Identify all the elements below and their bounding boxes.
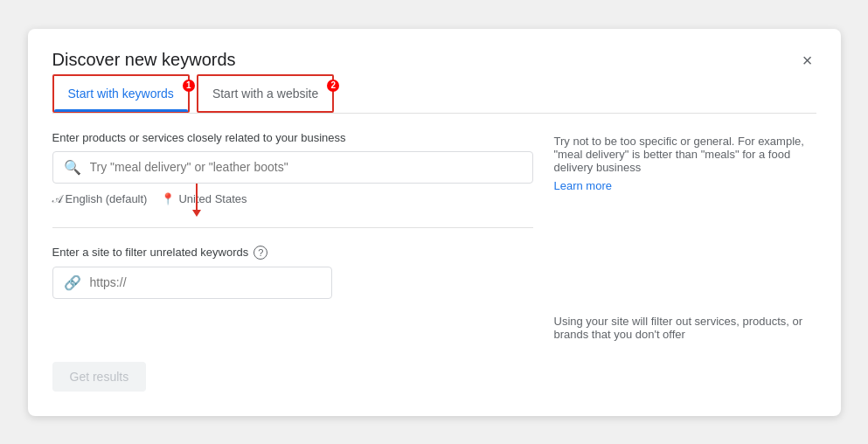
location-selector[interactable]: 📍 United States (161, 192, 247, 205)
translate-icon: 𝒜 (52, 192, 62, 206)
red-arrow (192, 184, 201, 217)
hint-text: Try not to be too specific or general. F… (554, 135, 816, 174)
tab-website[interactable]: Start with a website (198, 76, 332, 111)
filter-hint-text: Using your site will filter out services… (554, 315, 816, 341)
close-button[interactable]: × (799, 50, 816, 71)
tab-website-badge: 2 (327, 80, 339, 92)
get-results-button[interactable]: Get results (52, 362, 147, 392)
filter-hint-container: Using your site will filter out services… (554, 315, 816, 341)
location-label: United States (178, 192, 247, 205)
keywords-input-wrap[interactable]: 🔍 (52, 151, 533, 184)
filter-label-row: Enter a site to filter unrelated keyword… (52, 246, 533, 260)
learn-more-link[interactable]: Learn more (554, 179, 612, 192)
tab-keywords[interactable]: Start with keywords (54, 76, 188, 111)
help-icon[interactable]: ? (253, 246, 267, 260)
filter-label-text: Enter a site to filter unrelated keyword… (52, 246, 249, 259)
url-input-wrap[interactable]: 🔗 (52, 267, 332, 299)
language-selector[interactable]: 𝒜 English (default) (52, 192, 148, 206)
modal-title: Discover new keywords (52, 50, 236, 70)
arrow-line (196, 184, 198, 210)
lang-loc-bar: 𝒜 English (default) 📍 United States (52, 192, 533, 206)
keywords-search-input[interactable] (90, 160, 522, 174)
discover-keywords-modal: Discover new keywords × Start with keywo… (28, 29, 841, 416)
link-icon: 🔗 (64, 274, 81, 291)
tab-keywords-badge: 1 (183, 80, 195, 92)
arrow-head (192, 210, 201, 217)
tab-website-wrapper: Start with a website 2 (197, 74, 334, 113)
left-panel: Enter products or services closely relat… (52, 131, 533, 341)
location-icon: 📍 (161, 192, 175, 205)
language-label: English (default) (66, 192, 148, 205)
tab-keywords-wrapper: Start with keywords 1 (52, 74, 190, 113)
keywords-section-label: Enter products or services closely relat… (52, 131, 533, 144)
search-icon: 🔍 (64, 159, 81, 176)
section-divider (52, 227, 533, 228)
tabs-bar: Start with keywords 1 Start with a websi… (52, 74, 816, 114)
right-panel: Try not to be too specific or general. F… (554, 131, 816, 341)
modal-header: Discover new keywords × (52, 50, 816, 71)
main-content: Enter products or services closely relat… (52, 131, 816, 341)
modal-footer: Get results (52, 362, 816, 392)
url-input[interactable] (90, 275, 321, 289)
